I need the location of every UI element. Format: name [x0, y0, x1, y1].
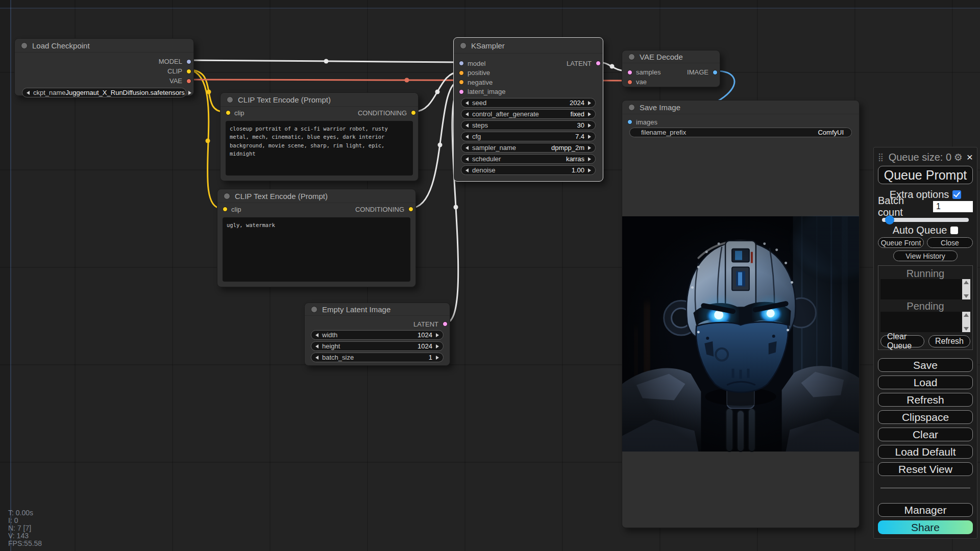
collapse-dot-icon[interactable]: [460, 42, 467, 49]
left-arrow-icon[interactable]: [465, 112, 469, 116]
right-arrow-icon[interactable]: [436, 356, 439, 360]
batch-count-slider[interactable]: [878, 215, 973, 224]
left-arrow-icon[interactable]: [465, 101, 469, 105]
node-ksampler[interactable]: KSampler model LATENT positive negative …: [453, 37, 603, 182]
latent-image-input-slot[interactable]: [459, 89, 464, 94]
slider-track[interactable]: [882, 218, 969, 222]
auto-queue-checkbox[interactable]: [950, 227, 958, 234]
latent-output-slot[interactable]: [443, 321, 448, 327]
left-arrow-icon[interactable]: [315, 333, 318, 337]
prompt-textarea[interactable]: closeup portrait of a sci-fi warrior rob…: [226, 121, 413, 176]
scheduler-widget[interactable]: scheduler karras: [461, 154, 596, 164]
steps-widget[interactable]: steps 30: [461, 120, 596, 130]
scroll-down-icon[interactable]: [964, 327, 969, 331]
node-empty-latent-image[interactable]: Empty Latent Image LATENT width 1024 hei…: [304, 303, 450, 366]
left-arrow-icon[interactable]: [315, 356, 318, 360]
cfg-widget[interactable]: cfg 7.4: [461, 132, 596, 141]
extra-options-checkbox[interactable]: [952, 190, 961, 199]
close-icon[interactable]: ×: [967, 153, 973, 162]
left-arrow-icon[interactable]: [465, 135, 469, 139]
save-button[interactable]: Save: [878, 358, 973, 372]
width-widget[interactable]: width 1024: [311, 330, 444, 340]
model-output-slot[interactable]: [186, 59, 191, 64]
node-save-image[interactable]: Save Image images filename_prefix ComfyU…: [622, 100, 860, 528]
right-arrow-icon[interactable]: [436, 333, 439, 337]
clip-output-slot[interactable]: [186, 69, 191, 74]
filename-prefix-widget[interactable]: filename_prefix ComfyUI: [629, 128, 852, 137]
batch-size-widget[interactable]: batch_size 1: [311, 353, 444, 362]
conditioning-output-slot[interactable]: [408, 207, 413, 212]
node-header[interactable]: CLIP Text Encode (Prompt): [217, 189, 415, 203]
node-header[interactable]: Empty Latent Image: [305, 303, 450, 316]
negative-input-slot[interactable]: [459, 80, 464, 85]
height-widget[interactable]: height 1024: [311, 341, 444, 351]
latent-output-slot[interactable]: [596, 61, 601, 66]
control-after-generate-widget[interactable]: control_after_generate fixed: [461, 109, 596, 119]
vae-input-slot[interactable]: [627, 80, 632, 85]
ckpt-name-widget[interactable]: ckpt_name Juggernaut_X_RunDiffusion.safe…: [22, 88, 186, 97]
right-arrow-icon[interactable]: [588, 112, 591, 116]
samples-input-slot[interactable]: [627, 70, 632, 75]
image-output-slot[interactable]: [713, 70, 718, 75]
left-arrow-icon[interactable]: [465, 123, 469, 128]
left-arrow-icon[interactable]: [465, 157, 469, 161]
left-arrow-icon[interactable]: [315, 344, 318, 348]
node-load-checkpoint[interactable]: Load Checkpoint MODEL CLIP VAE ckpt_name…: [14, 38, 194, 96]
refresh-button[interactable]: Refresh: [878, 393, 973, 407]
queue-prompt-button[interactable]: Queue Prompt: [878, 166, 973, 184]
collapse-dot-icon[interactable]: [628, 104, 635, 111]
slider-knob[interactable]: [885, 215, 894, 224]
positive-input-slot[interactable]: [459, 70, 464, 76]
node-vae-decode[interactable]: VAE Decode samples IMAGE vae: [622, 50, 720, 87]
vae-output-slot[interactable]: [186, 79, 191, 84]
running-scrollbar[interactable]: [962, 279, 970, 299]
seed-widget[interactable]: seed 2024: [461, 98, 596, 108]
right-arrow-icon[interactable]: [588, 101, 591, 105]
collapse-dot-icon[interactable]: [224, 193, 230, 199]
load-default-button[interactable]: Load Default: [878, 445, 973, 459]
generated-robot-image[interactable]: [622, 216, 859, 452]
scroll-up-icon[interactable]: [964, 281, 969, 284]
left-arrow-icon[interactable]: [465, 168, 469, 172]
view-history-button[interactable]: View History: [893, 251, 958, 261]
scroll-down-icon[interactable]: [964, 294, 969, 298]
refresh-queue-button[interactable]: Refresh: [928, 335, 970, 347]
node-clip-text-encode-positive[interactable]: CLIP Text Encode (Prompt) clip CONDITION…: [220, 92, 419, 181]
left-arrow-icon[interactable]: [465, 146, 469, 150]
reset-view-button[interactable]: Reset View: [878, 462, 973, 476]
right-arrow-icon[interactable]: [588, 146, 591, 150]
node-header[interactable]: Save Image: [622, 101, 859, 114]
right-arrow-icon[interactable]: [588, 168, 591, 172]
collapse-dot-icon[interactable]: [311, 306, 317, 313]
right-arrow-icon[interactable]: [588, 135, 591, 139]
close-queue-button[interactable]: Close: [927, 237, 973, 248]
drag-handle-icon[interactable]: ⣿: [878, 153, 886, 162]
queue-front-button[interactable]: Queue Front: [878, 237, 924, 248]
sampler-name-widget[interactable]: sampler_name dpmpp_2m: [461, 143, 596, 153]
images-input-slot[interactable]: [627, 119, 632, 124]
pending-scrollbar[interactable]: [962, 312, 970, 332]
node-header[interactable]: Load Checkpoint: [15, 39, 193, 53]
running-list[interactable]: [880, 279, 970, 299]
batch-count-input[interactable]: [933, 201, 973, 212]
load-button[interactable]: Load: [878, 375, 973, 389]
share-button[interactable]: Share: [878, 520, 973, 534]
right-arrow-icon[interactable]: [588, 157, 591, 161]
manager-button[interactable]: Manager: [878, 503, 973, 517]
scroll-up-icon[interactable]: [964, 313, 969, 317]
clear-button[interactable]: Clear: [878, 428, 973, 441]
gear-icon[interactable]: ⚙: [954, 152, 963, 163]
model-input-slot[interactable]: [459, 61, 464, 66]
collapse-dot-icon[interactable]: [21, 42, 28, 49]
right-arrow-icon[interactable]: [188, 91, 191, 95]
clip-input-slot[interactable]: [223, 207, 228, 212]
clear-queue-button[interactable]: Clear Queue: [880, 335, 924, 347]
denoise-widget[interactable]: denoise 1.00: [461, 165, 596, 175]
prompt-textarea[interactable]: ugly, watermark: [223, 217, 410, 282]
pending-list[interactable]: [880, 312, 970, 332]
clip-input-slot[interactable]: [226, 110, 231, 115]
node-header[interactable]: VAE Decode: [622, 51, 720, 63]
right-arrow-icon[interactable]: [436, 344, 439, 348]
collapse-dot-icon[interactable]: [628, 54, 635, 60]
clipspace-button[interactable]: Clipspace: [878, 410, 973, 424]
